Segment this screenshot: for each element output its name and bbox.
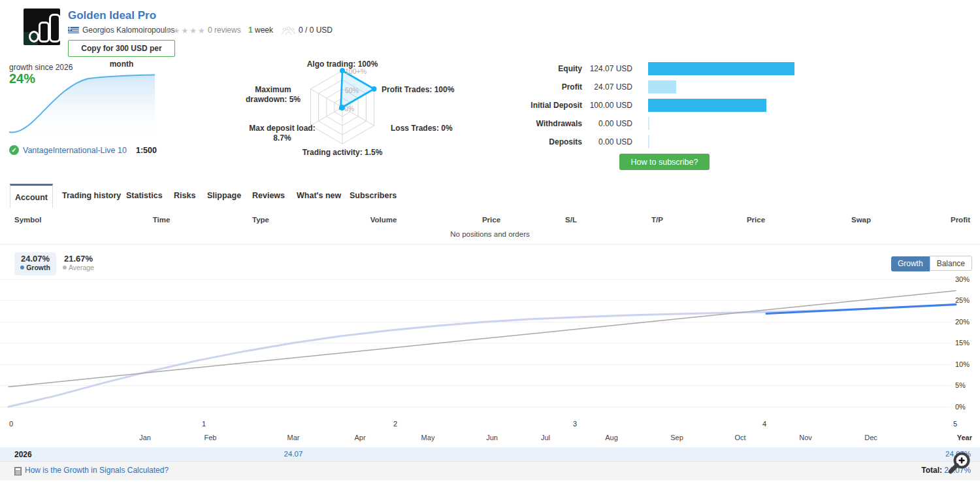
greece-flag-icon xyxy=(68,27,79,36)
signal-page: Golden Ideal Pro Georgios Kalomoiropoulo… xyxy=(0,0,980,482)
growth-sparkline-chart xyxy=(9,73,155,133)
stat-row-deposits: Deposits 0.00 USD xyxy=(457,133,823,151)
month-label: Oct xyxy=(734,434,745,441)
tab-trading-history[interactable]: Trading history xyxy=(62,184,121,208)
total-label: Total: xyxy=(921,466,942,475)
month-label: Jul xyxy=(541,434,550,441)
tab-subscribers[interactable]: Subscribers xyxy=(350,184,397,208)
y-tick: 25% xyxy=(955,296,970,304)
copy-signal-button[interactable]: Copy for 300 USD per month xyxy=(68,40,175,57)
stat-label: Equity xyxy=(558,64,582,73)
signal-title: Golden Ideal Pro xyxy=(68,9,156,22)
average-percent-value: 21.67% xyxy=(57,252,99,264)
x-number: 5 xyxy=(953,420,957,428)
y-tick: 30% xyxy=(955,275,970,283)
stat-bar xyxy=(648,135,649,148)
column-symbol: Symbol xyxy=(14,216,42,224)
radar-label-profit-trades: Profit Trades: 100% xyxy=(382,85,454,94)
chart-footer-row: How is the Growth in Signals Calculated?… xyxy=(0,461,980,480)
average-legend-text: Average xyxy=(69,264,94,271)
growth-legend-label: Growth xyxy=(14,264,56,271)
month-label: Sep xyxy=(670,434,683,441)
column-sl: S/L xyxy=(565,216,577,224)
column-type: Type xyxy=(252,216,269,224)
y-tick: 20% xyxy=(955,318,970,326)
x-number: 0 xyxy=(9,420,13,428)
year-value: 2026 xyxy=(14,450,32,459)
how-to-subscribe-button[interactable]: How to subscribe? xyxy=(619,154,710,170)
signal-age-number: 1 xyxy=(248,26,253,35)
avatar-bar-tall xyxy=(49,14,60,43)
stat-value: 0.00 USD xyxy=(598,137,632,146)
tab-whats-new[interactable]: What's new xyxy=(297,184,341,208)
balance-view-button[interactable]: Balance xyxy=(930,256,972,271)
gridline xyxy=(0,364,951,365)
tab-reviews[interactable]: Reviews xyxy=(252,184,285,208)
y-tick: 0% xyxy=(955,403,966,411)
radar-label-max-deposit-line1: Max deposit load: xyxy=(243,124,321,133)
x-number: 3 xyxy=(573,420,577,428)
legend-growth-toggle[interactable]: 24.07% Growth xyxy=(14,252,56,275)
radar-label-loss-trades: Loss Trades: 0% xyxy=(391,124,453,133)
y-tick: 10% xyxy=(955,360,970,368)
stat-value: 0.00 USD xyxy=(598,119,632,128)
growth-view-button[interactable]: Growth xyxy=(891,256,930,271)
stat-row-equity: Equity 124.07 USD xyxy=(457,60,823,78)
signal-avatar xyxy=(24,9,60,45)
author-link[interactable]: Georgios Kalomoiropoulos xyxy=(82,26,174,35)
growth-calculation-link[interactable]: How is the Growth in Signals Calculated? xyxy=(25,466,169,475)
march-growth-value[interactable]: 24.07 xyxy=(284,450,303,458)
growth-percent-value: 24.07% xyxy=(14,252,56,264)
star-rating-icon: ★★★★★ xyxy=(165,26,206,35)
radar-label-max-deposit-load: Max deposit load: 8.7% xyxy=(243,124,321,143)
stat-bar xyxy=(648,62,794,75)
legend-average-toggle[interactable]: 21.67% Average xyxy=(57,252,99,275)
radar-label-drawdown-line2: drawdown: 5% xyxy=(237,95,310,105)
stat-value: 24.07 USD xyxy=(594,82,632,92)
leverage-value: 1:500 xyxy=(136,146,157,155)
subscribers-icon xyxy=(282,26,295,37)
column-swap: Swap xyxy=(851,216,871,224)
y-tick: 5% xyxy=(955,381,966,389)
tab-slippage[interactable]: Slippage xyxy=(207,184,241,208)
broker-account-link[interactable]: VantageInternational-Live 10 xyxy=(23,146,127,155)
stat-label: Deposits xyxy=(549,137,582,146)
blue-dot-icon xyxy=(20,266,24,269)
stat-bar xyxy=(648,99,766,112)
x-number: 1 xyxy=(202,420,206,428)
gridline xyxy=(0,385,951,386)
reviews-link[interactable]: 0 reviews xyxy=(208,26,241,35)
column-price-open: Price xyxy=(482,216,500,224)
column-time: Time xyxy=(153,216,171,224)
verified-check-icon: ✓ xyxy=(9,145,19,155)
radar-ring-0-label: 0% xyxy=(344,105,354,112)
month-label: Mar xyxy=(287,434,300,441)
zoom-magnifier-icon[interactable] xyxy=(946,451,972,477)
tab-risks[interactable]: Risks xyxy=(174,184,195,208)
gridline xyxy=(0,343,951,343)
stat-label: Initial Deposit xyxy=(531,101,582,110)
gridline xyxy=(0,300,951,301)
stat-row-initial-deposit: Initial Deposit 100.00 USD xyxy=(457,96,823,114)
radar-label-drawdown-line1: Maximum xyxy=(237,85,310,95)
month-label: Jun xyxy=(486,434,498,441)
stat-bar xyxy=(648,117,649,130)
avatar-bar-medium xyxy=(39,22,50,43)
tab-account[interactable]: Account xyxy=(10,184,53,208)
month-label: Dec xyxy=(864,434,877,441)
stat-value: 124.07 USD xyxy=(590,64,632,73)
gray-dot-icon xyxy=(63,266,67,269)
year-axis-label: Year xyxy=(957,434,972,441)
radar-label-algo-trading: Algo trading: 100% xyxy=(297,60,388,69)
gridline xyxy=(0,322,951,322)
stat-label: Profit xyxy=(562,82,582,92)
x-number: 2 xyxy=(393,420,397,428)
yearly-growth-row: 2026 24.07 24.07% xyxy=(0,447,980,461)
y-tick: 15% xyxy=(955,339,970,347)
month-label: Apr xyxy=(354,434,365,441)
tab-statistics[interactable]: Statistics xyxy=(126,184,163,208)
column-tp: T/P xyxy=(651,216,663,224)
month-label: Jan xyxy=(139,434,151,441)
stat-row-withdrawals: Withdrawals 0.00 USD xyxy=(457,114,823,133)
radar-label-trading-activity: Trading activity: 1.5% xyxy=(297,148,388,157)
